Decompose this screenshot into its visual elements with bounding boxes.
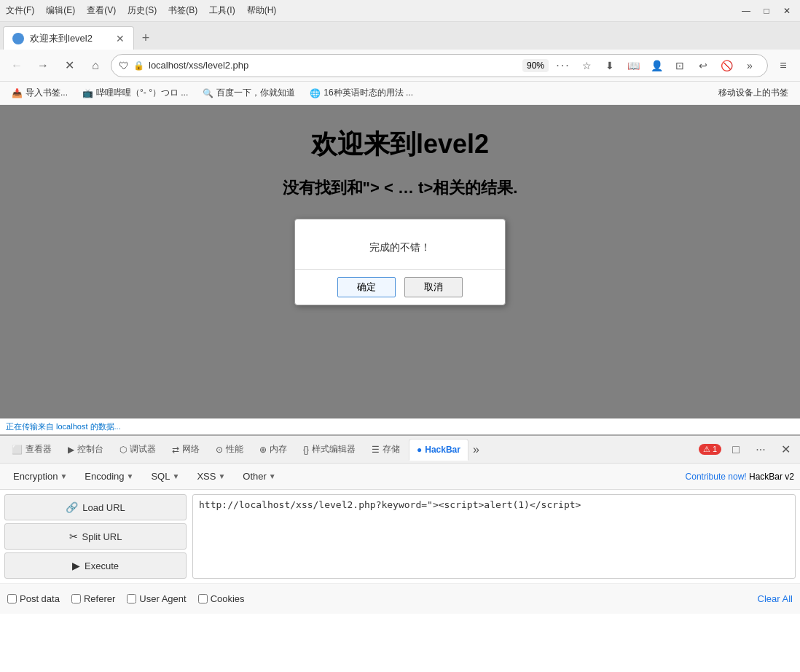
error-count: 1 — [713, 445, 717, 453]
reload-button[interactable]: ✕ — [58, 55, 80, 77]
bookmark-mobile[interactable]: 移动设备上的书签 — [713, 85, 794, 101]
other-chevron: ▼ — [269, 472, 276, 480]
bookmark-import[interactable]: 📥 导入书签... — [6, 85, 74, 101]
browser-tab[interactable]: 欢迎来到level2 ✕ — [3, 26, 134, 50]
address-url[interactable]: localhost/xss/level2.php — [149, 60, 518, 71]
blocked-icon[interactable]: 🚫 — [716, 55, 737, 76]
back-button[interactable]: ← — [6, 55, 28, 77]
hackbar-right: Contribute now! HackBar v2 — [686, 472, 794, 482]
menu-edit[interactable]: 编辑(E) — [46, 4, 75, 17]
hackbar-other-menu[interactable]: Other ▼ — [235, 468, 283, 485]
referer-checkbox-group[interactable]: Referer — [71, 593, 115, 604]
debugger-label: 调试器 — [130, 443, 156, 456]
forward-button[interactable]: → — [32, 55, 54, 77]
devtools-tab-styleeditor[interactable]: {} 样式编辑器 — [296, 439, 363, 461]
performance-icon: ⊙ — [216, 445, 223, 455]
alert-dialog: 完成的不错！ 确定 取消 — [294, 219, 506, 305]
devtools-tab-storage[interactable]: ☰ 存储 — [364, 439, 407, 461]
hackbar-xss-menu[interactable]: XSS ▼ — [189, 468, 232, 485]
english-icon: 🌐 — [310, 88, 321, 98]
devtools-tabs: ⬜ 查看器 ▶ 控制台 ⬡ 调试器 ⇄ 网络 ⊙ 性能 ⊕ 内存 {} 样式编辑… — [0, 436, 800, 464]
bookmarksbar: 📥 导入书签... 📺 哔哩哔哩（°- °）つロ ... 🔍 百度一下，你就知道… — [0, 82, 800, 105]
devtools-tab-memory[interactable]: ⊕ 内存 — [252, 439, 294, 461]
hamburger-menu-button[interactable]: ≡ — [772, 55, 794, 77]
referer-checkbox[interactable] — [71, 594, 81, 603]
bookmark-bilibili[interactable]: 📺 哔哩哔哩（°- °）つロ ... — [77, 85, 194, 101]
hackbar-footer: Post data Referer User Agent Cookies Cle… — [0, 583, 800, 614]
network-label: 网络 — [182, 443, 200, 456]
menu-file[interactable]: 文件(F) — [6, 4, 34, 17]
xss-label: XSS — [197, 471, 216, 482]
execute-label: Execute — [85, 560, 119, 571]
cookies-checkbox-group[interactable]: Cookies — [198, 593, 245, 604]
alert-overlay: 完成的不错！ 确定 取消 — [0, 105, 800, 418]
home-button[interactable]: ⌂ — [85, 55, 106, 77]
new-tab-button[interactable]: + — [134, 26, 157, 50]
menu-tools[interactable]: 工具(I) — [209, 4, 235, 17]
hackbar-encoding-menu[interactable]: Encoding ▼ — [77, 468, 141, 485]
other-label: Other — [243, 471, 267, 482]
shield-icon: 🛡 — [119, 60, 129, 71]
contribute-link[interactable]: Contribute now! — [686, 472, 747, 482]
tab-close-button[interactable]: ✕ — [116, 33, 125, 44]
alert-body: 完成的不错！ — [295, 219, 505, 270]
zoom-level[interactable]: 90% — [522, 59, 549, 72]
menu-help[interactable]: 帮助(H) — [247, 4, 277, 17]
bookmark-star-icon[interactable]: ☆ — [576, 55, 597, 76]
devtools-tab-inspector[interactable]: ⬜ 查看器 — [4, 439, 59, 461]
devtools-tab-performance[interactable]: ⊙ 性能 — [208, 439, 251, 461]
menu-bookmarks[interactable]: 书签(B) — [168, 4, 197, 17]
tabbar: 欢迎来到level2 ✕ + — [0, 22, 800, 50]
styleeditor-label: 样式编辑器 — [312, 443, 356, 456]
undo-icon[interactable]: ↩ — [693, 55, 713, 76]
performance-label: 性能 — [226, 443, 243, 456]
alert-cancel-button[interactable]: 取消 — [404, 277, 463, 297]
titlebar-menu: 文件(F) 编辑(E) 查看(V) 历史(S) 书签(B) 工具(I) 帮助(H… — [6, 4, 739, 17]
addressbar: ← → ✕ ⌂ 🛡 🔒 localhost/xss/level2.php 90%… — [0, 50, 800, 82]
hackbar-dot-icon: ● — [417, 445, 422, 455]
postdata-checkbox-group[interactable]: Post data — [7, 593, 60, 604]
devtools-more-button[interactable]: ··· — [750, 439, 771, 460]
bookmark-baidu[interactable]: 🔍 百度一下，你就知道 — [197, 85, 301, 101]
load-url-button[interactable]: 🔗 Load URL — [4, 494, 187, 520]
devtools-tab-network[interactable]: ⇄ 网络 — [165, 439, 207, 461]
menu-view[interactable]: 查看(V) — [87, 4, 116, 17]
sync-icon[interactable]: 👤 — [646, 55, 667, 76]
execute-button[interactable]: ▶ Execute — [4, 552, 187, 579]
devtools-tab-debugger[interactable]: ⬡ 调试器 — [112, 439, 163, 461]
hackbar-url-input[interactable] — [192, 494, 796, 579]
devtools-tab-hackbar[interactable]: ● HackBar — [409, 439, 468, 461]
hackbar-encryption-menu[interactable]: Encryption ▼ — [6, 468, 74, 485]
split-url-icon: ✂ — [69, 531, 78, 542]
useragent-label: User Agent — [139, 593, 186, 604]
devtools-tab-console[interactable]: ▶ 控制台 — [60, 439, 111, 461]
bookmark-english[interactable]: 🌐 16种英语时态的用法 ... — [304, 85, 419, 101]
menu-history[interactable]: 历史(S) — [128, 4, 157, 17]
devtools-close-button[interactable]: ✕ — [775, 439, 796, 460]
address-icons: ··· ☆ ⬇ 📖 👤 ⊡ ↩ 🚫 » — [553, 55, 760, 76]
hackbar-label: HackBar — [425, 445, 460, 455]
statusbar: 正在传输来自 localhost 的数据... — [0, 418, 800, 434]
split-url-button[interactable]: ✂ Split URL — [4, 523, 187, 550]
bookmark-mobile-label: 移动设备上的书签 — [718, 87, 788, 99]
clear-all-button[interactable]: Clear All — [758, 593, 793, 604]
postdata-checkbox[interactable] — [7, 594, 17, 603]
download-icon[interactable]: ⬇ — [600, 55, 620, 76]
titlebar-controls: — □ ✕ — [739, 4, 794, 18]
crop-icon[interactable]: ⊡ — [670, 55, 690, 76]
close-window-button[interactable]: ✕ — [780, 4, 794, 18]
hackbar-right-panel — [192, 494, 796, 579]
maximize-button[interactable]: □ — [759, 4, 774, 18]
minimize-button[interactable]: — — [739, 4, 753, 18]
devtools-dock-button[interactable]: □ — [726, 439, 746, 460]
hackbar-sql-menu[interactable]: SQL ▼ — [144, 468, 187, 485]
reader-icon[interactable]: 📖 — [623, 55, 643, 76]
address-box[interactable]: 🛡 🔒 localhost/xss/level2.php 90% ··· ☆ ⬇… — [111, 54, 768, 77]
cookies-checkbox[interactable] — [198, 594, 208, 603]
useragent-checkbox[interactable] — [127, 594, 136, 603]
alert-confirm-button[interactable]: 确定 — [337, 277, 396, 297]
devtools-tabs-more[interactable]: » — [473, 443, 479, 456]
more-options-icon[interactable]: ··· — [553, 55, 573, 76]
useragent-checkbox-group[interactable]: User Agent — [127, 593, 186, 604]
extend-icon[interactable]: » — [740, 55, 760, 76]
